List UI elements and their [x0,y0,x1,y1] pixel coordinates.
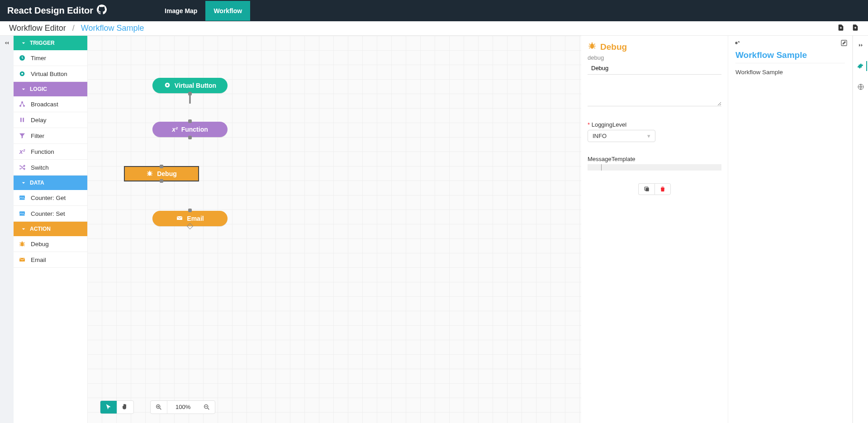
port-in[interactable] [188,119,192,123]
palette-item-debug[interactable]: Debug [14,236,87,252]
props-title-text: Debug [600,42,627,52]
zoom-out-button[interactable] [199,401,215,413]
node-debug[interactable]: Debug [124,166,199,181]
palette-item-label: Timer [31,55,46,62]
breadcrumb-actions [837,24,859,33]
header-tabs: Image Map Workflow [157,1,250,21]
github-icon[interactable] [97,5,107,17]
overview-body: Workflow Sample [735,63,845,76]
palette-item-label: Email [31,257,46,263]
port-out[interactable] [160,179,163,183]
message-template-input[interactable] [588,164,721,171]
props-name-input[interactable] [588,62,721,75]
node-email[interactable]: Email [152,211,228,226]
svg-rect-7 [23,118,24,122]
right-rail [853,36,868,423]
palette-header-trigger[interactable]: TRIGGER [14,36,87,50]
node-label: Function [181,126,208,133]
canvas-toolbar: 100% [100,400,215,414]
palette-title-trigger: TRIGGER [30,40,55,46]
breadcrumb-parent[interactable]: Workflow Editor [9,24,66,33]
props-subtitle: debug [588,54,721,61]
palette-header-action[interactable]: ACTION [14,222,87,236]
delete-button[interactable] [655,183,671,195]
bug-icon [146,170,153,178]
palette-item-label: Debug [31,241,49,247]
zoom-value: 100% [167,401,199,413]
tab-workflow[interactable]: Workflow [205,1,250,21]
envelope-icon [176,214,183,223]
palette-item-label: Delay [31,117,47,124]
canvas[interactable]: Virtual Button x² Function Debug Email [87,36,581,423]
palette-item-email[interactable]: Email [14,252,87,268]
edit-icon[interactable] [840,39,848,48]
palette-header-data[interactable]: DATA [14,176,87,190]
node-virtual-button[interactable]: Virtual Button [152,78,228,93]
hand-tool[interactable] [117,401,133,413]
port-out[interactable] [188,92,192,95]
palette-item-function[interactable]: x² Function [14,144,87,160]
palette-item-timer[interactable]: Timer [14,50,87,66]
duplicate-button[interactable] [638,183,655,195]
globe-icon[interactable] [856,82,866,92]
pointer-tool[interactable] [100,401,117,413]
logging-level-select[interactable]: INFO ▾ [588,130,655,142]
palette-item-switch[interactable]: Switch [14,160,87,176]
svg-rect-15 [177,216,182,220]
breadcrumb-bar: Workflow Editor / Workflow Sample [0,21,868,36]
palette-header-logic[interactable]: LOGIC [14,82,87,96]
properties-panel: Debug debug LoggingLevel INFO ▾ MessageT… [581,36,728,423]
palette-item-label: Broadcast [31,101,58,108]
props-description-input[interactable] [588,79,721,106]
palette-item-label: Switch [31,164,49,171]
shuffle-icon [18,163,26,171]
dot-circle-icon [164,81,171,90]
svg-point-10 [21,242,24,246]
breadcrumb-sep: / [72,24,75,33]
tab-imagemap[interactable]: Image Map [157,1,205,21]
node-label: Virtual Button [175,82,216,89]
node-function[interactable]: x² Function [152,122,228,137]
expand-panel-icon[interactable] [856,40,866,50]
app-title: React Design Editor [7,5,107,17]
bug-icon [588,41,597,52]
palette-collapse[interactable] [0,36,14,423]
svg-point-2 [21,73,23,75]
dot-circle-icon [18,70,26,78]
logging-level-label: LoggingLevel [588,121,721,128]
download-icon[interactable] [837,24,844,33]
gear-icon[interactable] [733,39,740,48]
overview-title: Workflow Sample [735,50,845,60]
port-in[interactable] [188,209,192,212]
function-icon: x² [172,126,177,133]
palette-title-data: DATA [30,180,44,186]
app-header: React Design Editor Image Map Workflow [0,0,868,21]
palette-item-counter-get[interactable]: Counter: Get [14,190,87,206]
palette-title-action: ACTION [30,226,51,232]
palette-item-label: Virtual Button [31,71,67,77]
breadcrumb: Workflow Editor / Workflow Sample [9,24,144,33]
svg-point-13 [166,84,168,86]
gear-icon[interactable] [857,61,867,71]
message-template-label: MessageTemplate [588,156,721,162]
chevron-down-icon: ▾ [647,133,650,139]
bug-icon [18,240,26,248]
palette-item-label: Function [31,148,54,155]
palette-item-filter[interactable]: Filter [14,128,87,144]
port-in[interactable] [160,165,163,168]
svg-rect-6 [20,118,22,122]
palette-item-virtual-button[interactable]: Virtual Button [14,66,87,82]
palette-item-counter-set[interactable]: Counter: Set [14,206,87,222]
select-value: INFO [593,133,607,139]
palette-item-delay[interactable]: Delay [14,112,87,128]
function-icon: x² [18,147,26,156]
envelope-icon [18,256,26,264]
palette-item-broadcast[interactable]: Broadcast [14,96,87,112]
zoom-in-button[interactable] [151,401,167,413]
svg-point-18 [590,43,594,49]
upload-icon[interactable] [852,24,859,33]
port-out[interactable] [188,136,192,139]
svg-point-14 [148,171,152,176]
filter-icon [18,132,26,140]
node-label: Email [187,215,204,222]
